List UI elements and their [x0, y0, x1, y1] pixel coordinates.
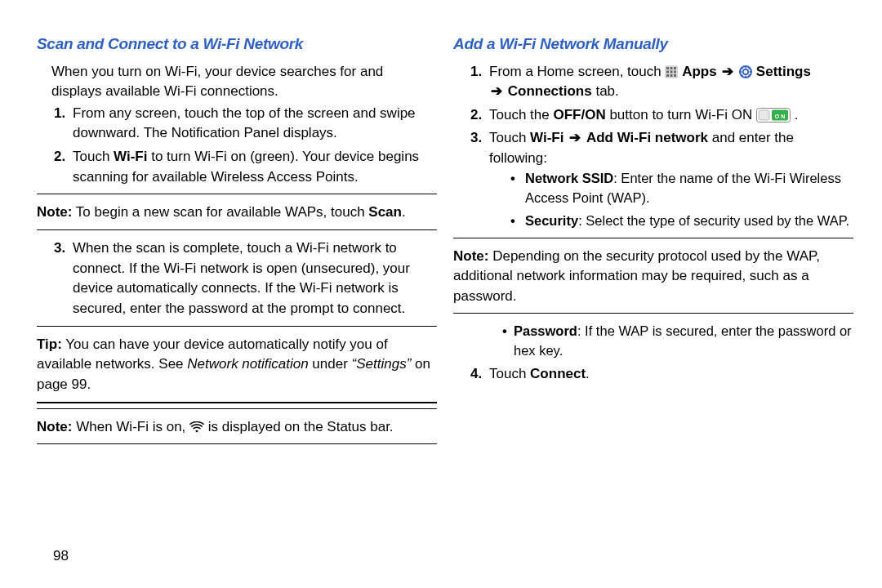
toggle-on-icon: O N [756, 108, 791, 122]
divider [37, 194, 437, 194]
svg-rect-5 [670, 71, 673, 74]
step1-text: From any screen, touch the top of the sc… [73, 105, 416, 141]
note-protocol: Note: Depending on the security protocol… [453, 247, 853, 307]
tip-text: Tip: You can have your device automatica… [37, 335, 437, 395]
divider [37, 326, 437, 327]
list-item: Security: Select the type of security us… [522, 212, 853, 231]
wifi-icon [189, 421, 204, 434]
svg-point-11 [743, 69, 749, 75]
left-column: Scan and Connect to a Wi-Fi Network When… [37, 33, 437, 572]
divider [37, 402, 437, 403]
svg-text:O N: O N [775, 114, 785, 119]
svg-rect-4 [666, 71, 669, 74]
divider [37, 408, 437, 409]
right-column: Add a Wi-Fi Network Manually From a Home… [453, 33, 853, 572]
list-item: From any screen, touch the top of the sc… [69, 104, 437, 144]
svg-rect-7 [666, 74, 669, 77]
svg-line-17 [749, 75, 751, 77]
arrow-icon: ➔ [720, 64, 735, 79]
list-item: Touch Wi-Fi to turn Wi-Fi on (green). Yo… [69, 147, 437, 187]
svg-line-19 [749, 68, 751, 69]
note-scan: Note: To begin a new scan for available … [37, 203, 437, 223]
svg-rect-6 [674, 71, 676, 74]
heading-scan-connect: Scan and Connect to a Wi-Fi Network [37, 33, 437, 56]
svg-rect-9 [674, 74, 676, 77]
settings-gear-icon [739, 65, 752, 78]
note-statusbar: Note: When Wi-Fi is on, is displayed on … [37, 417, 437, 438]
intro-text: When you turn on Wi-Fi, your device sear… [51, 62, 437, 102]
svg-rect-2 [670, 67, 673, 69]
arrow-icon: ➔ [568, 130, 582, 145]
list-item: Touch Wi-Fi ➔ Add Wi-Fi network and ente… [486, 128, 853, 230]
svg-rect-8 [670, 74, 673, 77]
arrow-icon: ➔ [489, 83, 504, 99]
divider [37, 443, 437, 444]
list-item: Password: If the WAP is secured, enter t… [514, 322, 853, 361]
divider [453, 313, 853, 314]
svg-line-16 [742, 68, 743, 69]
svg-rect-1 [666, 67, 669, 69]
divider [453, 238, 853, 238]
svg-line-18 [742, 75, 743, 77]
list-item: Network SSID: Enter the name of the Wi-F… [522, 169, 853, 208]
divider [37, 229, 437, 230]
list-item: When the scan is complete, touch a Wi-Fi… [69, 238, 437, 319]
apps-grid-icon [665, 65, 678, 78]
svg-rect-23 [759, 110, 769, 120]
list-item: From a Home screen, touch Apps ➔ Setting… [486, 62, 853, 102]
heading-add-manually: Add a Wi-Fi Network Manually [453, 33, 853, 56]
page-number: 98 [53, 546, 69, 567]
step3-text: When the scan is complete, touch a Wi-Fi… [73, 240, 410, 316]
svg-rect-3 [674, 67, 676, 69]
list-item: Touch the OFF/ON button to turn Wi-Fi ON… [486, 105, 853, 126]
list-item: Touch Connect. [486, 364, 853, 385]
